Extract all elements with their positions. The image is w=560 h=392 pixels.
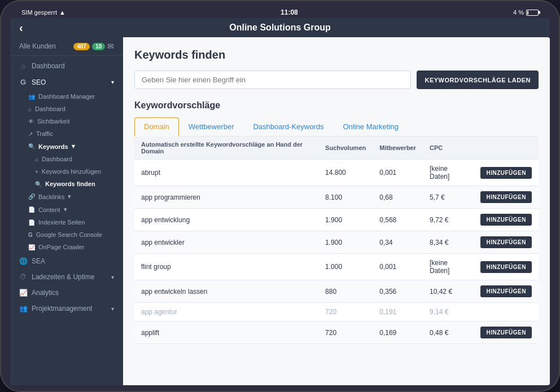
cell-suchvolumen: 720 — [318, 321, 373, 344]
tab-domain[interactable]: Domain — [134, 117, 179, 136]
sidebar-item-keywords-find[interactable]: 🔍 Keywords finden — [10, 178, 123, 190]
add-keyword-button[interactable]: HINZUFÜGEN — [480, 285, 532, 297]
sidebar-item-ladezeiten[interactable]: ⏱ Ladezeiten & Uptime ▾ — [10, 269, 123, 285]
cell-action: HINZUFÜGEN — [474, 186, 539, 209]
col-header-keyword-text: Automatisch erstellte Keywordvorschläge … — [141, 141, 303, 155]
sidebar-label-seo: SEO — [32, 78, 46, 86]
add-icon: + — [35, 169, 38, 175]
sidebar-item-sea[interactable]: 🌐 SEA — [10, 253, 123, 269]
sidebar-item-indexierte-seiten[interactable]: 📄 Indexierte Seiten — [10, 216, 123, 228]
table-row: app entwickeln lassen 880 0,356 10,42 € … — [134, 280, 539, 303]
content-icon: 📄 — [28, 206, 35, 213]
sidebar-item-backlinks[interactable]: 🔗 Backlinks ▾ — [10, 190, 123, 203]
sidebar-badges: 407 10 ✉ — [73, 42, 114, 51]
battery-label: 4 % — [513, 9, 524, 16]
cell-action: HINZUFÜGEN — [474, 280, 539, 303]
sidebar-item-analytics[interactable]: 📈 Analytics — [10, 285, 123, 301]
badge-407: 407 — [73, 43, 90, 50]
add-keyword-button[interactable]: HINZUFÜGEN — [480, 327, 532, 338]
cell-mitbewerber: 0,356 — [373, 280, 423, 303]
status-right: 4 % — [513, 9, 539, 16]
table-header-row: Automatisch erstellte Keywordvorschläge … — [134, 136, 539, 160]
cell-suchvolumen: 880 — [318, 280, 373, 303]
keywords-table: Automatisch erstellte Keywordvorschläge … — [134, 136, 539, 344]
add-keyword-button[interactable]: HINZUFÜGEN — [480, 191, 532, 203]
sidebar-item-onpage-crawler[interactable]: 📈 OnPage Crawler — [10, 241, 123, 253]
sidebar: Alle Kunden 407 10 ✉ ⌂ Dashboard G SEO ▾ — [10, 37, 123, 385]
analytics-icon: 📈 — [19, 289, 27, 297]
status-time: 11:08 — [281, 8, 298, 16]
traffic-icon: ↗ — [28, 131, 33, 137]
col-header-cpc: CPC — [423, 136, 474, 160]
table-row: flint group 1.000 0,001 [keine Daten] HI… — [134, 254, 539, 280]
tab-dashboard-keywords[interactable]: Dashboard-Keywords — [243, 117, 333, 136]
tablet-frame: SIM gesperrt ▲ 11:08 4 % ‹ Online Soluti… — [0, 0, 560, 392]
sidebar-item-keywords-add[interactable]: + Keywords hinzufügen — [10, 165, 123, 178]
cell-suchvolumen: 1.900 — [318, 231, 373, 254]
cell-keyword: applift — [134, 321, 318, 344]
tab-online-marketing[interactable]: Online Marketing — [334, 117, 408, 136]
sidebar-label-sea: SEA — [32, 257, 45, 265]
add-keyword-button[interactable]: HINZUFÜGEN — [480, 261, 532, 273]
sidebar-label-traffic: Traffic — [36, 130, 53, 137]
sea-icon: 🌐 — [19, 257, 27, 265]
sidebar-label-ladezeiten: Ladezeiten & Uptime — [32, 273, 94, 281]
tab-wettbewerber[interactable]: Wettbewerber — [179, 117, 244, 136]
sidebar-item-google-search-console[interactable]: G Google Search Console — [10, 228, 123, 241]
mail-icon[interactable]: ✉ — [107, 42, 114, 51]
chevron-backlinks-icon: ▾ — [68, 193, 71, 200]
sidebar-item-keywords[interactable]: 🔍 Keywords ▾ — [10, 140, 123, 153]
chevron-ladezeiten-icon: ▾ — [111, 274, 114, 280]
sidebar-item-dashboard-manager[interactable]: 👥 Dashboard Manager — [10, 90, 123, 103]
project-icon: 👥 — [19, 305, 27, 312]
section-title: Keywordvorschläge — [134, 100, 539, 111]
table-row: app programmieren 8.100 0,68 5,7 € HINZU… — [134, 186, 539, 209]
add-keyword-button[interactable]: HINZUFÜGEN — [480, 236, 532, 248]
home2-icon: ⌂ — [28, 106, 32, 112]
back-button[interactable]: ‹ — [19, 21, 23, 34]
tablet-screen: Alle Kunden 407 10 ✉ ⌂ Dashboard G SEO ▾ — [10, 37, 550, 385]
sidebar-label-backlinks: Backlinks — [38, 193, 64, 200]
page-title: Keywords finden — [134, 49, 539, 61]
sidebar-item-dashboard[interactable]: ⌂ Dashboard — [10, 58, 123, 74]
chevron-down-keywords-icon: ▾ — [72, 143, 75, 150]
table-row: app entwicklung 1.900 0,568 9,72 € HINZU… — [134, 209, 539, 231]
add-keyword-button[interactable]: HINZUFÜGEN — [480, 214, 532, 226]
cell-cpc: 10,42 € — [423, 280, 474, 303]
sidebar-item-content[interactable]: 📄 Content ▾ — [10, 203, 123, 216]
cell-suchvolumen: 720 — [318, 303, 373, 321]
cell-keyword: abrupt — [134, 160, 318, 186]
crawler-icon: 📈 — [28, 244, 35, 250]
load-suggestions-button[interactable]: KEYWORDVORSCHLÄGE LADEN — [417, 71, 539, 89]
sidebar-label-indexierte-seiten: Indexierte Seiten — [38, 219, 85, 226]
sidebar-item-dashboard2[interactable]: ⌂ Dashboard — [10, 103, 123, 115]
cell-cpc: [keine Daten] — [423, 254, 474, 280]
cell-suchvolumen: 1.000 — [318, 254, 373, 280]
sidebar-top-bar: Alle Kunden 407 10 ✉ — [10, 37, 123, 56]
cell-mitbewerber: 0,68 — [373, 186, 423, 209]
cell-mitbewerber: 0,001 — [373, 254, 423, 280]
table-row: abrupt 14.800 0,001 [keine Daten] HINZUF… — [134, 160, 539, 186]
sidebar-label-projektmanagement: Projektmanagement — [32, 305, 92, 312]
cell-action — [474, 303, 539, 321]
sidebar-label-gsc: Google Search Console — [36, 231, 102, 238]
cell-mitbewerber: 0,001 — [373, 160, 423, 186]
search2-icon: 🔍 — [35, 181, 42, 187]
uptime-icon: ⏱ — [19, 273, 27, 281]
sidebar-item-projektmanagement[interactable]: 👥 Projektmanagement ▾ — [10, 301, 123, 316]
kw-dashboard-icon: ⌂ — [35, 156, 38, 162]
app-header: ‹ Online Solutions Group — [10, 18, 550, 37]
cell-keyword: flint group — [134, 254, 318, 280]
keyword-search-input[interactable] — [134, 71, 411, 89]
sidebar-label-dashboard: Dashboard — [32, 62, 65, 70]
cell-keyword: app entwickeln lassen — [134, 280, 318, 303]
sidebar-label-keywords: Keywords — [38, 143, 68, 150]
sidebar-item-keywords-dashboard[interactable]: ⌂ Dashboard — [10, 153, 123, 165]
sidebar-item-sichtbarkeit[interactable]: 👁 Sichtbarkeit — [10, 115, 123, 127]
sim-label: SIM gesperrt — [21, 9, 57, 16]
table-row: app agentur 720 0,191 9,14 € — [134, 303, 539, 321]
sidebar-item-seo[interactable]: G SEO ▾ — [10, 74, 123, 90]
add-keyword-button[interactable]: HINZUFÜGEN — [480, 167, 532, 179]
chevron-projekt-icon: ▾ — [111, 306, 114, 312]
sidebar-item-traffic[interactable]: ↗ Traffic — [10, 127, 123, 140]
